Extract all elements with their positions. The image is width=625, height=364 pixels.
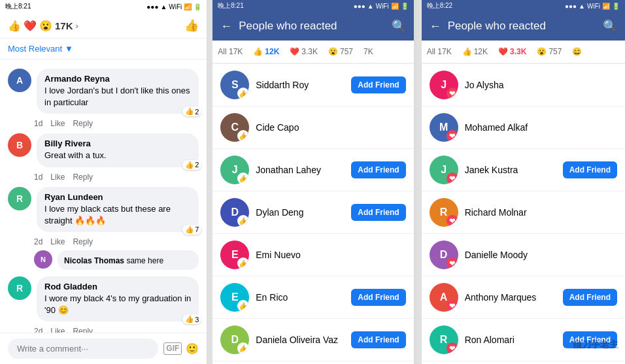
like-action[interactable]: Like [50, 119, 65, 128]
reaction-wow-icon: 😮 [39, 20, 52, 32]
tab-hearts[interactable]: ❤️ 3.3K [284, 41, 323, 64]
reaction-badge: 👍 [237, 130, 249, 142]
like-action[interactable]: Like [50, 237, 65, 246]
tab-likes-label: 12K [265, 47, 279, 56]
person-name: Cide Capo [256, 122, 405, 133]
reply-action[interactable]: Reply [73, 237, 93, 246]
list-item: J❤ Janek Kustra Add Friend [422, 149, 625, 191]
status-time-1: 晚上8:21 [5, 2, 31, 11]
avatar: R [8, 187, 31, 210]
tab-wow-3[interactable]: 😮 757 [532, 41, 567, 64]
list-item: D👍 Daniela Oliveira Vaz Add Friend [212, 319, 413, 361]
comment-actions: 2d Like Reply [0, 236, 207, 248]
comment-item: A Armando Reyna I love Jordan's but I do… [0, 65, 207, 118]
tab-haha-3[interactable]: 😄 [567, 41, 587, 64]
add-friend-button[interactable]: Add Friend [351, 289, 405, 306]
reaction-count: 17K [55, 20, 73, 31]
reply-action[interactable]: Reply [73, 119, 93, 128]
reactions-tabs-2: All 17K 👍 12K ❤️ 3.3K 😮 757 7K [212, 41, 413, 64]
comment-bubble: Rod Gladden I wore my black 4's to my gr… [37, 276, 199, 322]
list-item: S👍 Siddarth Roy Add Friend [212, 64, 413, 107]
comment-author: Armando Reyna [44, 74, 191, 84]
badge-icon: 👍 [185, 161, 194, 169]
reaction-badge: ❤ [447, 215, 458, 227]
sub-bubble: Nicolas Thomas same here [58, 250, 199, 270]
list-item: R❤ Richard Molnar [422, 191, 625, 234]
tab-extra-label: 7K [363, 47, 373, 56]
thumbs-up-icon[interactable]: 👍 [184, 18, 199, 33]
add-friend-button[interactable]: Add Friend [563, 331, 617, 348]
tab-likes-icon-3: 👍 [462, 47, 472, 56]
add-friend-button[interactable]: Add Friend [351, 204, 405, 221]
tab-wow-label-3: 757 [549, 47, 562, 56]
like-action[interactable]: Like [50, 173, 65, 182]
reply-action[interactable]: Reply [73, 327, 93, 333]
chevron-icon[interactable]: › [76, 21, 78, 31]
tab-likes-3[interactable]: 👍 12K [457, 41, 493, 64]
badge-icon: 👍 [185, 225, 194, 234]
add-friend-button[interactable]: Add Friend [563, 289, 617, 306]
search-icon-3[interactable]: 🔍 [603, 19, 617, 33]
person-name: Anthony Marques [465, 292, 556, 303]
person-name: Daniela Oliveira Vaz [256, 335, 345, 345]
avatar: S👍 [220, 71, 249, 99]
sub-text: same here [126, 256, 163, 265]
avatar: C👍 [220, 113, 249, 142]
tab-hearts-3[interactable]: ❤️ 3.3K [493, 41, 532, 64]
tab-all[interactable]: All 17K [212, 41, 248, 64]
avatar: J❤ [430, 156, 458, 184]
comment-bubble: Billy Rivera Great with a tux. 👍 2 [37, 133, 199, 167]
like-action[interactable]: Like [50, 327, 65, 333]
comments-panel: 晚上8:21 ●●● ▲ WiFi 📶 🔋 👍 ❤️ 😮 17K › 👍 Mos… [0, 0, 207, 364]
list-item: R👍 Rohit Kamble Add Friend [212, 361, 413, 364]
comment-item: R Ryan Lundeen I love my black cats but … [0, 183, 207, 236]
add-friend-button[interactable]: Add Friend [351, 76, 405, 93]
reaction-badge: ❤ [447, 257, 458, 269]
back-button-3[interactable]: ← [430, 20, 441, 33]
status-bar-2: 晚上8:21 ●●● ▲ WiFi 📶 🔋 [212, 0, 413, 12]
panel-divider [207, 0, 212, 364]
comment-input[interactable] [8, 339, 158, 359]
tab-wow[interactable]: 😮 757 [323, 41, 358, 64]
reactions-tabs-3: All 17K 👍 12K ❤️ 3.3K 😮 757 😄 [422, 41, 625, 64]
reactions-panel-hearts: 晚上8:22 ●●● ▲ WiFi 📶 🔋 ← People who react… [422, 0, 625, 364]
badge-count: 7 [195, 225, 199, 233]
tab-extra[interactable]: 7K [358, 41, 379, 64]
comment-time: 2d [34, 237, 42, 246]
avatar: D❤ [430, 240, 458, 269]
tab-all-3[interactable]: All 17K [422, 41, 457, 64]
add-friend-button[interactable]: Add Friend [563, 161, 617, 178]
add-friend-button[interactable]: Add Friend [351, 161, 405, 178]
search-icon[interactable]: 🔍 [392, 19, 406, 33]
status-icons-1: ●●● ▲ WiFi 📶 🔋 [146, 3, 201, 10]
reaction-badge: ❤ [447, 342, 458, 354]
avatar: A❤ [430, 283, 458, 312]
list-item: C❤ Chirita Lorin Add Friend [422, 361, 625, 364]
reactions-header-2: ← People who reacted 🔍 [212, 12, 413, 41]
panel-title-2: People who reacted [239, 20, 337, 33]
reaction-badge: 👍 [237, 257, 249, 269]
reply-action[interactable]: Reply [73, 173, 93, 182]
list-item: A❤ Anthony Marques Add Friend [422, 276, 625, 319]
tab-all-label-3: All 17K [427, 47, 452, 56]
reaction-badge: 👍 7 [182, 225, 201, 235]
comments-list: A Armando Reyna I love Jordan's but I do… [0, 59, 207, 333]
reaction-badge: 👍 [237, 215, 249, 227]
comment-text: I wore my black 4's to my graduation in … [44, 293, 191, 316]
avatar: R❤ [430, 198, 458, 227]
avatar: D👍 [220, 198, 249, 227]
gif-icon[interactable]: GIF [163, 342, 182, 355]
add-friend-button[interactable]: Add Friend [351, 331, 405, 348]
reaction-badge: 👍 [237, 300, 249, 312]
tab-wow-icon: 😮 [328, 47, 338, 56]
reaction-heart-icon: ❤️ [24, 20, 37, 32]
tab-likes[interactable]: 👍 12K [248, 41, 284, 64]
sub-comment: N Nicolas Thomas same here [0, 248, 207, 273]
comment-item: B Billy Rivera Great with a tux. 👍 2 [0, 129, 207, 171]
tab-hearts-label-3: 3.3K [510, 47, 526, 56]
list-item: E👍 En Rico Add Friend [212, 276, 413, 319]
back-button[interactable]: ← [220, 20, 232, 33]
reaction-like-icon: 👍 [8, 20, 21, 32]
emoji-icon[interactable]: 🙂 [186, 342, 199, 355]
sort-bar[interactable]: Most Relevant ▼ [0, 39, 207, 59]
